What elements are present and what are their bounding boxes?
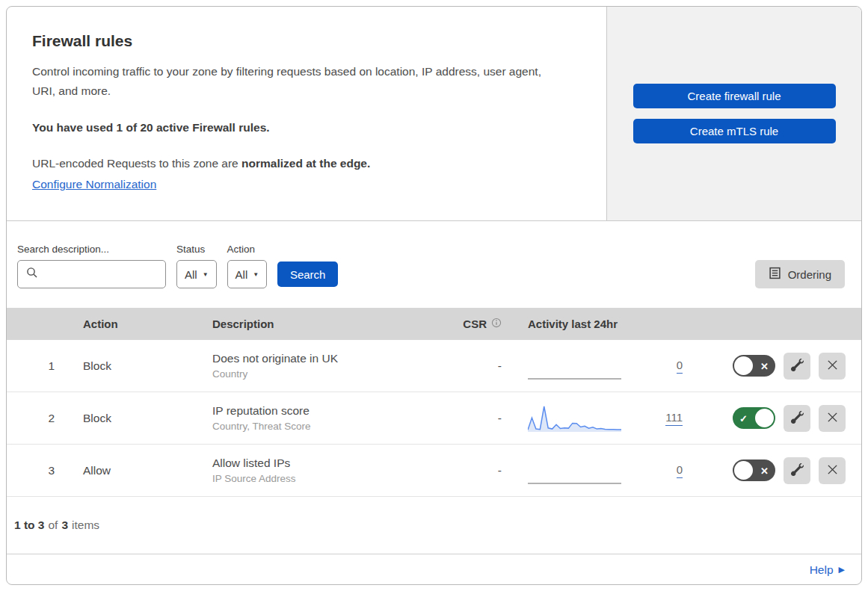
toggle-knob: [755, 409, 774, 427]
search-label: Search description...: [17, 244, 166, 255]
wrench-icon: [791, 463, 804, 478]
chevron-down-icon: ▼: [253, 271, 259, 278]
activity-sparkline: [528, 457, 621, 484]
rule-description-title: IP reputation score: [212, 404, 437, 418]
of-text: of: [48, 519, 58, 532]
enable-toggle[interactable]: [733, 407, 775, 429]
ordering-label: Ordering: [788, 268, 831, 281]
rule-description-title: Does not originate in UK: [212, 352, 437, 365]
chevron-down-icon: ▼: [203, 271, 209, 278]
range-text: 1 to 3: [14, 519, 44, 532]
delete-rule-button[interactable]: [819, 353, 846, 380]
wrench-icon: [791, 411, 804, 426]
activity-count-link[interactable]: 111: [665, 411, 683, 426]
activity-sparkline: [528, 353, 621, 380]
action-label: Action: [227, 244, 268, 255]
rule-index: 3: [7, 464, 73, 477]
total-text: 3: [61, 519, 68, 532]
col-csr-label: CSR: [463, 318, 487, 330]
normalization-prefix: URL-encoded Requests to this zone are: [32, 157, 241, 170]
table-header: Action Description CSR Activity last 24h…: [7, 308, 861, 340]
table-row: 2 Block IP reputation score Country, Thr…: [7, 392, 861, 445]
rule-description-title: Allow listed IPs: [212, 457, 437, 470]
search-icon: [26, 267, 38, 282]
rule-controls: [702, 353, 861, 380]
rule-fields: Country, Threat Score: [212, 421, 437, 432]
create-mtls-rule-button[interactable]: Create mTLS rule: [633, 119, 836, 143]
rule-description: Allow listed IPs IP Source Address: [212, 457, 437, 484]
status-value: All: [185, 268, 197, 281]
actions-panel: Create firewall rule Create mTLS rule: [606, 7, 861, 220]
close-icon: [827, 359, 838, 373]
rule-activity: 111: [502, 392, 702, 444]
activity-count-link[interactable]: 0: [677, 463, 683, 478]
activity-sparkline: [528, 405, 621, 432]
usage-summary: You have used 1 of 20 active Firewall ru…: [32, 121, 576, 134]
page-title: Firewall rules: [32, 32, 576, 50]
search-input[interactable]: [44, 268, 156, 280]
rule-csr: -: [437, 464, 502, 477]
rule-controls: [702, 405, 861, 432]
status-filter-group: Status All ▼: [176, 244, 217, 288]
edit-rule-button[interactable]: [784, 405, 810, 432]
items-text: items: [72, 519, 99, 532]
wrench-icon: [791, 359, 804, 374]
help-link[interactable]: Help: [810, 563, 834, 577]
rule-activity: 0: [502, 445, 702, 496]
info-icon[interactable]: [491, 318, 502, 330]
delete-rule-button[interactable]: [819, 405, 846, 432]
col-activity: Activity last 24hr: [502, 318, 702, 330]
toggle-state-icon: [760, 361, 769, 371]
edit-rule-button[interactable]: [784, 457, 810, 484]
edit-rule-button[interactable]: [784, 353, 810, 380]
rule-index: 1: [7, 359, 73, 373]
search-group: Search description...: [17, 244, 166, 288]
col-description: Description: [212, 318, 437, 330]
rule-description: Does not originate in UK Country: [212, 352, 437, 380]
search-box[interactable]: [17, 260, 166, 288]
configure-normalization-link[interactable]: Configure Normalization: [32, 178, 156, 191]
rule-csr: -: [437, 359, 502, 373]
filter-bar: Search description... Status All ▼ Actio…: [7, 221, 861, 308]
status-select[interactable]: All ▼: [176, 260, 217, 288]
close-icon: [827, 464, 838, 477]
status-label: Status: [176, 244, 217, 255]
search-button[interactable]: Search: [277, 262, 338, 287]
rule-csr: -: [437, 412, 502, 425]
list-document-icon: [769, 267, 781, 282]
rule-action: Allow: [73, 464, 212, 477]
rule-fields: Country: [212, 368, 437, 380]
ordering-button[interactable]: Ordering: [755, 260, 845, 288]
toggle-knob: [734, 356, 753, 375]
rule-description: IP reputation score Country, Threat Scor…: [212, 404, 437, 432]
create-firewall-rule-button[interactable]: Create firewall rule: [633, 84, 836, 108]
enable-toggle[interactable]: [733, 355, 775, 377]
rule-action: Block: [73, 359, 212, 373]
rule-activity: 0: [502, 340, 702, 392]
close-icon: [827, 412, 838, 425]
table-row: 1 Block Does not originate in UK Country…: [7, 340, 861, 392]
header-section: Firewall rules Control incoming traffic …: [7, 7, 861, 221]
delete-rule-button[interactable]: [819, 457, 846, 484]
action-value: All: [236, 268, 248, 281]
intro-panel: Firewall rules Control incoming traffic …: [7, 7, 606, 220]
arrow-right-icon: ▶: [839, 565, 845, 575]
col-action: Action: [73, 318, 212, 330]
rule-controls: [702, 457, 861, 484]
action-filter-group: Action All ▼: [227, 244, 268, 288]
toggle-state-icon: [739, 413, 748, 423]
enable-toggle[interactable]: [733, 460, 775, 481]
activity-count-link[interactable]: 0: [677, 359, 683, 374]
normalization-bold: normalized at the edge.: [241, 157, 370, 170]
rule-fields: IP Source Address: [212, 473, 437, 484]
col-csr: CSR: [437, 318, 502, 330]
pagination-summary: 1 to 3 of 3 items: [7, 497, 861, 554]
firewall-rules-card: Firewall rules Control incoming traffic …: [6, 6, 862, 585]
toggle-state-icon: [760, 465, 769, 475]
toggle-knob: [734, 461, 753, 480]
action-select[interactable]: All ▼: [227, 260, 268, 288]
table-row: 3 Allow Allow listed IPs IP Source Addre…: [7, 445, 861, 497]
help-bar: Help ▶: [7, 554, 861, 585]
normalization-note: URL-encoded Requests to this zone are no…: [32, 154, 576, 173]
page-description: Control incoming traffic to your zone by…: [32, 62, 564, 102]
